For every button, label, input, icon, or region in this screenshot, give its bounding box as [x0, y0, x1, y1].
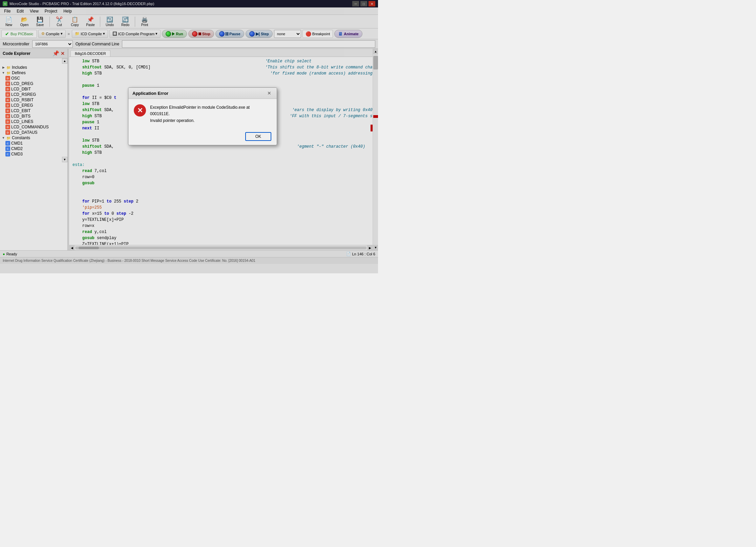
error-line1: Exception EInvalidPointer in module Code…	[150, 105, 250, 110]
application-error-dialog: Application Error ✕ ✕ Exception EInvalid…	[128, 87, 277, 145]
modal-message: Exception EInvalidPointer in module Code…	[150, 104, 250, 124]
error-line3: Invalid pointer operation.	[150, 118, 194, 123]
modal-ok-button[interactable]: OK	[245, 132, 271, 141]
modal-body: ✕ Exception EInvalidPointer in module Co…	[128, 99, 277, 129]
modal-title-bar: Application Error ✕	[128, 88, 277, 99]
error-line2: 0001911E.	[150, 111, 170, 116]
error-icon: ✕	[134, 104, 146, 117]
modal-close-button[interactable]: ✕	[266, 90, 273, 97]
modal-footer: OK	[128, 129, 277, 145]
modal-overlay: Application Error ✕ ✕ Exception EInvalid…	[0, 0, 378, 273]
modal-title: Application Error	[132, 91, 168, 96]
